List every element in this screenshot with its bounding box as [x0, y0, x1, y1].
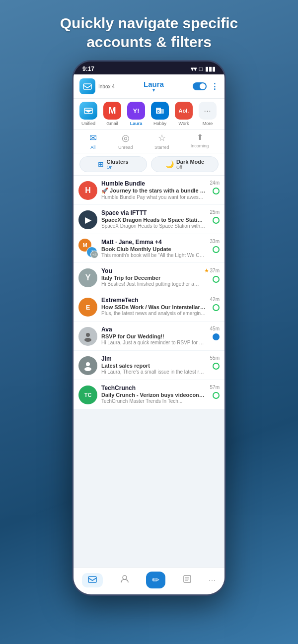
unread-dot: [213, 333, 220, 340]
headline-line1: Quickly navigate specific: [60, 15, 238, 31]
unread-dot: [213, 392, 220, 399]
app-logo[interactable]: Inbox 4: [79, 78, 115, 94]
nav-inbox[interactable]: [82, 573, 103, 587]
battery-icon: ▮▮▮: [205, 65, 216, 72]
unread-dot: [213, 188, 220, 194]
email-item-humble-bundle[interactable]: H Humble Bundle 🚀 Journey to the stars w…: [74, 176, 224, 204]
unread-filter-label: Unread: [118, 145, 133, 150]
email-time: 42m: [210, 297, 220, 302]
svg-point-7: [86, 362, 90, 366]
phone-screen: 9:17 ▾▾ □ ▮▮▮ Inbox 4: [72, 60, 226, 596]
toggle-button[interactable]: [193, 82, 207, 90]
email-item-ava[interactable]: Ava RSVP for Our Wedding!! Hi Laura, Jus…: [74, 322, 224, 350]
email-item-group[interactable]: M J +3 Matt · Jane, Emma +4 Book Club Mo…: [74, 234, 224, 262]
avatar-ava: [78, 327, 97, 346]
email-time: 33m: [210, 239, 220, 244]
email-preview: SpaceX Dragon Heads to Space Station wit…: [101, 223, 206, 229]
inbox-badge: Inbox 4: [98, 84, 115, 89]
email-time: 55m: [210, 355, 220, 361]
email-from: Matt · Jane, Emma +4: [101, 239, 206, 246]
dark-mode-sub: Off: [176, 165, 204, 170]
top-bar: Inbox 4 Laura ▾ ⋮: [74, 74, 224, 99]
email-from: TechCrunch: [101, 385, 206, 391]
laura-label: Laura: [130, 121, 143, 126]
all-filter-icon: ✉: [89, 132, 97, 143]
unread-dot: [213, 363, 220, 370]
more-menu-button[interactable]: ⋮: [211, 82, 219, 91]
filter-tabs: ✉ All ◎ Unread ☆ Starred ⬆ Incoming: [74, 129, 224, 153]
filter-starred[interactable]: ☆ Starred: [154, 132, 169, 150]
more-icon: ···: [199, 102, 217, 120]
account-tab-unified[interactable]: Unified: [77, 102, 99, 126]
avatar-extremetech: E: [78, 298, 97, 317]
svg-rect-0: [83, 84, 91, 89]
account-tab-laura[interactable]: Y! Laura: [125, 102, 147, 126]
unread-filter-icon: ◎: [122, 132, 130, 143]
email-meta: 42m: [210, 297, 220, 311]
more-nav-icon: ···: [209, 576, 216, 584]
email-content: Jim Latest sales report Hi Laura, There'…: [101, 355, 206, 375]
email-item-extremetech[interactable]: E ExtremeTech How SSDs Work / Was Our In…: [74, 292, 224, 321]
svg-rect-3: [159, 109, 164, 114]
email-meta: ★ 37m: [204, 267, 220, 283]
svg-point-6: [84, 338, 91, 342]
avatar-techcrunch: TC: [78, 386, 97, 404]
email-item-you[interactable]: Y You Italy Trip for December Hi Besties…: [74, 263, 224, 292]
starred-filter-label: Starred: [154, 145, 169, 150]
email-preview: This month's book will be "All the Light…: [101, 253, 206, 258]
clusters-icon: ⊞: [98, 160, 104, 168]
email-preview: TechCrunch Master Trends In Tech...: [101, 398, 206, 404]
dark-mode-label: Dark Mode: [176, 159, 204, 165]
email-preview: Hi Laura, There's a small issue in the l…: [101, 369, 206, 375]
unread-dot: [213, 304, 220, 311]
email-subject: Book Club Monthly Update: [101, 246, 206, 252]
laura-icon: Y!: [127, 102, 145, 120]
email-preview: Hi Laura, Just a quick reminder to RSVP …: [101, 340, 206, 345]
work-icon: Aol.: [175, 102, 193, 120]
dark-mode-info: Dark Mode Off: [176, 159, 204, 170]
email-time: 57m: [210, 385, 220, 390]
account-tab-work[interactable]: Aol. Work: [173, 102, 195, 126]
filter-incoming[interactable]: ⬆ Incoming: [191, 132, 209, 150]
nav-tasks[interactable]: [183, 575, 192, 586]
email-time: 25m: [210, 209, 220, 215]
email-item-space-ifttt[interactable]: ▶ Space via IFTTT SpaceX Dragon Heads to…: [74, 205, 224, 234]
nav-compose[interactable]: ✏: [146, 572, 165, 588]
email-subject: Italy Trip for December: [101, 275, 200, 281]
contacts-nav-icon: [120, 575, 129, 586]
status-time: 9:17: [82, 65, 94, 72]
dark-mode-button[interactable]: 🌙 Dark Mode Off: [151, 156, 219, 172]
filter-unread[interactable]: ◎ Unread: [118, 132, 133, 150]
email-preview: Humble Bundle Pay what you want for awes…: [101, 194, 206, 200]
email-meta: 25m: [210, 209, 220, 224]
account-tab-gmail[interactable]: M Gmail: [101, 102, 123, 126]
clusters-button[interactable]: ⊞ Clusters On: [79, 156, 147, 172]
app-icon: [79, 78, 95, 94]
email-content: TechCrunch Daily Crunch - Verizon buys v…: [101, 385, 206, 404]
all-filter-label: All: [90, 145, 95, 150]
email-meta: 24m: [210, 180, 220, 194]
email-item-jim[interactable]: Jim Latest sales report Hi Laura, There'…: [74, 351, 224, 380]
clusters-info: Clusters On: [106, 159, 128, 170]
email-item-techcrunch[interactable]: TC TechCrunch Daily Crunch - Verizon buy…: [74, 380, 224, 409]
account-selector[interactable]: Laura ▾: [115, 80, 193, 93]
avatar-space: ▶: [78, 210, 97, 229]
more-label: More: [203, 121, 213, 126]
email-list: H Humble Bundle 🚀 Journey to the stars w…: [74, 176, 224, 577]
filter-all[interactable]: ✉ All: [89, 132, 97, 150]
email-meta: 57m: [210, 385, 220, 399]
nav-more[interactable]: ···: [209, 576, 216, 584]
tasks-nav-icon: [183, 575, 192, 586]
account-tab-more[interactable]: ··· More: [197, 102, 219, 126]
email-time: 24m: [210, 180, 220, 186]
inbox-nav-icon: [82, 573, 103, 587]
work-label: Work: [179, 121, 189, 126]
email-meta: 55m: [210, 355, 220, 370]
account-tab-hobby[interactable]: O Hobby: [149, 102, 171, 126]
nav-contacts[interactable]: [120, 575, 129, 586]
svg-point-8: [84, 367, 91, 371]
compose-nav-icon: ✏: [146, 572, 165, 588]
email-content: Space via IFTTT SpaceX Dragon Heads to S…: [101, 209, 206, 229]
email-subject: Latest sales report: [101, 363, 206, 369]
email-subject: 🚀 Journey to the stars with a bundle of …: [101, 188, 206, 194]
